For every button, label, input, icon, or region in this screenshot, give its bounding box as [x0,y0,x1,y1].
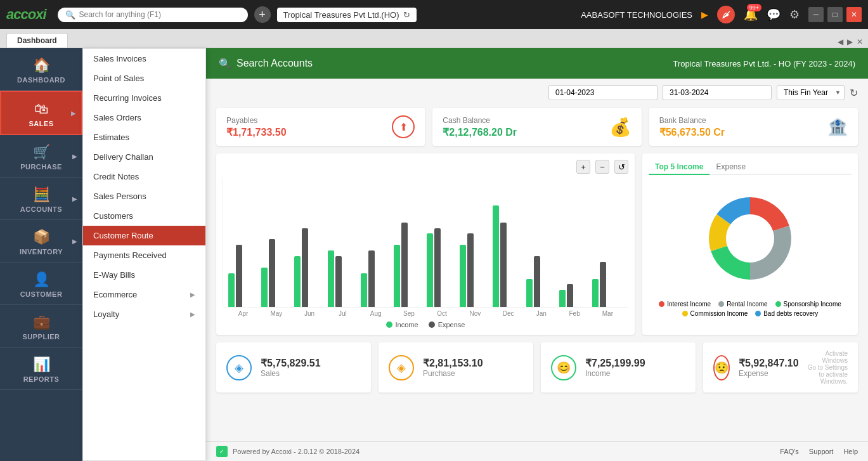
menu-payments-received[interactable]: Payments Received [83,245,205,265]
sidebar-item-accounts[interactable]: 🧮 ACCOUNTS ▶ [0,178,82,220]
footer-support[interactable]: Support [809,448,834,455]
summary-cards: Payables ₹1,71,733.50 ⬆ Cash Balance ₹2,… [216,108,858,146]
pie-segment-0 [750,197,789,231]
avatar[interactable]: 🌶 [717,6,735,23]
purchase-bc-value: ₹2,81,153.10 [423,357,483,369]
income-bar [294,256,301,307]
expense-bar [567,284,573,307]
payables-icon: ⬆ [392,115,415,138]
tab-scroll-left[interactable]: ◀ [838,37,843,46]
footer: ✓ Powered by Accoxi - 2.0.12 © 2018-2024… [206,441,868,461]
expense-dot [429,321,435,328]
menu-loyalty[interactable]: Loyalty ▶ [83,304,205,324]
bottom-cards: ◈ ₹5,75,829.51 Sales ◈ ₹2,81,153.10 Purc… [216,342,858,393]
add-button[interactable]: + [254,6,271,23]
chart-zoom-in[interactable]: + [576,160,590,174]
pie-tab-income[interactable]: Top 5 Income [649,160,709,175]
to-date-input[interactable] [663,85,772,100]
x-label-mar: Mar [592,310,623,317]
period-select[interactable]: This Fin Year Last Fin Year This Month L… [777,85,845,100]
x-labels: AprMayJunJulAugSepOctNovDecJanFebMar [223,308,628,317]
reports-icon: 📊 [33,356,50,373]
menu-sales-orders[interactable]: Sales Orders [83,108,205,127]
x-label-sep: Sep [393,310,424,317]
menu-sales-invoices[interactable]: Sales Invoices [83,49,205,68]
date-refresh-icon[interactable]: ↻ [850,87,858,99]
sidebar-item-customer[interactable]: 👤 CUSTOMER [0,263,82,305]
logo: accoxi [6,6,46,23]
expense-bar [236,245,242,307]
menu-estimates[interactable]: Estimates [83,127,205,147]
expense-bc-icon: 😟 [713,355,730,380]
sidebar-item-supplier[interactable]: 💼 SUPPLIER [0,305,82,347]
sidebar-label-sales: SALES [29,120,53,127]
maximize-button[interactable]: □ [827,7,843,22]
loyalty-arrow-icon: ▶ [190,311,195,318]
expense-legend-label: Expense [438,321,465,328]
close-button[interactable]: ✕ [846,7,862,22]
menu-customers[interactable]: Customers [83,206,205,226]
notification-icon[interactable]: 🔔 99+ [744,8,758,22]
menu-sales-persons[interactable]: Sales Persons [83,186,205,206]
refresh-company-icon[interactable]: ↻ [403,10,410,20]
pie-svg [693,181,807,295]
minimize-button[interactable]: ─ [808,7,824,22]
menu-ecommerce[interactable]: Ecommerce ▶ [83,285,205,304]
sidebar-item-reports[interactable]: 📊 REPORTS [0,347,82,390]
bars-area [223,178,628,308]
income-bar [559,290,566,307]
sidebar-item-sales[interactable]: 🛍 SALES ▶ [0,91,82,135]
charts-row: + − ↺ [216,153,858,335]
tab-close[interactable]: ✕ [857,37,863,46]
sidebar-label-reports: REPORTS [23,375,60,383]
pie-tab-expense[interactable]: Expense [709,160,752,174]
sidebar-label-inventory: INVENTORY [20,248,63,256]
expense-bar [269,239,275,307]
sidebar-item-purchase[interactable]: 🛒 PURCHASE ▶ [0,135,82,178]
chart-refresh[interactable]: ↺ [614,160,628,174]
x-label-jan: Jan [526,310,557,317]
purchase-bc-icon: ◈ [389,355,414,380]
dashboard-icon: 🏠 [33,57,50,74]
sidebar-item-inventory[interactable]: 📦 INVENTORY ▶ [0,220,82,263]
x-label-aug: Aug [360,310,391,317]
settings-icon[interactable]: ⚙ [789,8,800,22]
from-date-input[interactable] [548,85,657,100]
cash-balance-icon: 💰 [609,117,632,138]
menu-customer-route[interactable]: Customer Route [83,226,205,245]
pie-segment-2 [711,246,750,280]
income-bar [592,279,599,307]
sales-arrow-icon: ▶ [71,110,76,117]
chart-zoom-out[interactable]: − [595,160,609,174]
messages-icon[interactable]: 💬 [767,8,781,22]
menu-credit-notes[interactable]: Credit Notes [83,167,205,186]
pie-tabs: Top 5 Income Expense [649,160,852,175]
search-accounts[interactable]: 🔍 Search Accounts [219,58,313,70]
income-bc-icon: 😊 [551,355,576,380]
footer-faqs[interactable]: FAQ's [780,448,799,455]
sales-bc-icon: ◈ [226,355,252,380]
bar-group-jan [526,256,557,307]
tab-scroll-right[interactable]: ▶ [847,37,853,46]
bar-group-mar [592,262,623,307]
payables-card: Payables ₹1,71,733.50 ⬆ [216,108,425,146]
pie-legend: Interest IncomeRental IncomeSponsorship … [649,301,852,317]
global-search-box[interactable]: 🔍 [58,8,248,22]
x-label-dec: Dec [493,310,524,317]
expense-bar [467,233,474,307]
company-selector[interactable]: Tropical Treasures Pvt Ltd.(HO) ↻ [277,8,417,22]
menu-eway-bills[interactable]: E-Way Bills [83,265,205,285]
expense-bar [500,223,507,307]
income-bar [394,245,400,307]
bar-group-jul [328,250,359,307]
sales-bc-label: Sales [261,369,321,378]
sidebar-item-dashboard[interactable]: 🏠 DASHBOARD [0,48,82,91]
footer-help[interactable]: Help [843,448,858,455]
income-dot [386,321,392,328]
tab-dashboard[interactable]: Dashboard [6,33,68,48]
menu-point-of-sales[interactable]: Point of Sales [83,68,205,88]
menu-recurring-invoices[interactable]: Recurring Invoices [83,88,205,108]
company-info-label: Tropical Treasures Pvt Ltd. - HO (FY 202… [673,59,855,68]
menu-delivery-challan[interactable]: Delivery Challan [83,147,205,167]
global-search-input[interactable] [79,10,225,19]
